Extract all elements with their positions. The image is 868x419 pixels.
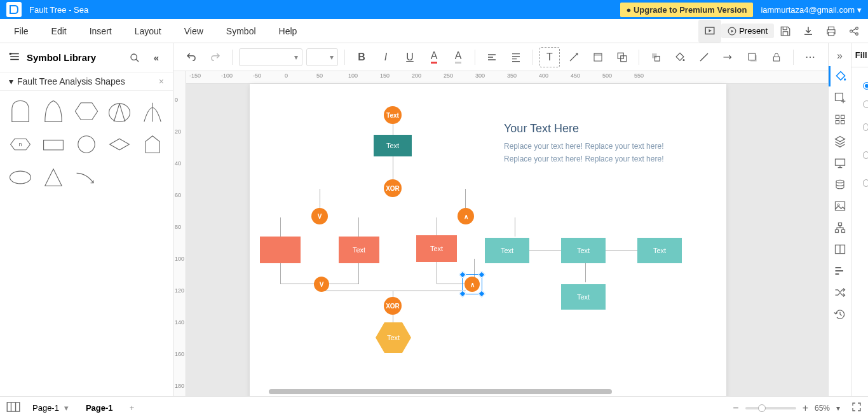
node-xor2[interactable]: XOR xyxy=(384,297,402,315)
add-shape-icon[interactable] xyxy=(829,88,851,108)
italic-button[interactable]: I xyxy=(376,47,396,67)
database-icon[interactable] xyxy=(829,174,851,195)
more-button[interactable]: ⋯ xyxy=(800,47,820,67)
arrange-button[interactable] xyxy=(646,47,666,67)
history-icon[interactable] xyxy=(829,304,851,324)
print-button[interactable] xyxy=(820,20,843,43)
redo-button[interactable] xyxy=(205,47,226,67)
bold-button[interactable]: B xyxy=(351,47,372,67)
menu-symbol[interactable]: Symbol xyxy=(215,21,268,41)
columns-icon[interactable] xyxy=(829,239,851,259)
node-coral1[interactable] xyxy=(260,237,301,263)
node-xor1[interactable]: XOR xyxy=(384,179,402,197)
fill-solid[interactable]: Solid Fill xyxy=(863,95,868,113)
lock-button[interactable] xyxy=(766,47,787,67)
menu-file[interactable]: File xyxy=(3,21,40,41)
zoom-value[interactable]: 65% xyxy=(815,404,830,413)
fullscreen-icon[interactable] xyxy=(851,402,862,414)
node-and1[interactable]: ∧ xyxy=(458,208,474,224)
slideshow-button[interactable] xyxy=(698,20,721,43)
menu-layout[interactable]: Layout xyxy=(123,21,173,41)
shape-circle[interactable] xyxy=(72,130,100,158)
close-category-icon[interactable]: × xyxy=(159,76,164,86)
connector[interactable] xyxy=(320,291,466,291)
fill-gradient[interactable]: Gradient Fill xyxy=(863,113,868,141)
shape-triangle[interactable] xyxy=(39,163,67,191)
node-cyan1[interactable]: Text xyxy=(485,238,529,263)
font-size-select[interactable]: ▾ xyxy=(306,48,338,66)
search-icon[interactable] xyxy=(127,50,142,65)
valign-button[interactable] xyxy=(506,47,526,67)
text-tool-button[interactable]: T xyxy=(539,47,560,67)
collapse-panel-icon[interactable]: » xyxy=(829,47,851,65)
fill-pattern[interactable]: Pattern Fill xyxy=(863,141,868,169)
gantt-icon[interactable] xyxy=(829,261,851,281)
zoom-out-button[interactable]: − xyxy=(733,402,738,414)
shape-house[interactable] xyxy=(139,130,166,158)
canvas[interactable]: Your Text Here Replace your text here! R… xyxy=(186,84,828,396)
group-button[interactable] xyxy=(612,47,632,67)
shape-ellipse[interactable] xyxy=(6,163,34,191)
line-style-button[interactable] xyxy=(718,47,738,67)
connector[interactable] xyxy=(585,262,586,282)
image-icon[interactable] xyxy=(829,196,851,216)
line-button[interactable] xyxy=(694,47,714,67)
zoom-slider[interactable] xyxy=(745,407,796,409)
node-hex[interactable]: Text xyxy=(376,322,411,353)
share-button[interactable] xyxy=(843,20,865,43)
theme-icon[interactable] xyxy=(829,66,851,86)
font-family-select[interactable]: ▾ xyxy=(239,48,302,66)
shape-tent[interactable] xyxy=(105,97,133,125)
layers-icon[interactable] xyxy=(829,131,851,151)
shape-undeveloped[interactable] xyxy=(39,97,67,125)
shape-basic-event[interactable] xyxy=(6,97,34,125)
shape-rect[interactable] xyxy=(39,130,67,158)
menu-help[interactable]: Help xyxy=(268,21,309,41)
text-block[interactable]: Your Text Here Replace your text here! R… xyxy=(504,122,663,167)
save-button[interactable] xyxy=(774,20,797,43)
shadow-button[interactable] xyxy=(742,47,763,67)
connector[interactable] xyxy=(393,123,393,135)
hierarchy-icon[interactable] xyxy=(829,217,851,238)
fill-button[interactable] xyxy=(670,47,690,67)
fill-nofill[interactable]: No Fill xyxy=(863,76,868,95)
shape-hex-small[interactable]: n xyxy=(6,130,34,158)
node-v1[interactable]: V xyxy=(311,208,328,224)
shape-diamond[interactable] xyxy=(105,130,133,158)
upgrade-button[interactable]: ● Upgrade to Premium Version xyxy=(620,3,754,17)
node-cyan4[interactable]: Text xyxy=(561,284,606,310)
shape-curve[interactable] xyxy=(72,163,100,191)
zoom-in-button[interactable]: + xyxy=(803,402,808,414)
font-color-button[interactable]: A xyxy=(424,47,444,67)
node-coral2[interactable]: Text xyxy=(339,237,379,263)
shuffle-icon[interactable] xyxy=(829,282,851,303)
underline-button[interactable]: U xyxy=(400,47,420,67)
undo-button[interactable] xyxy=(181,47,201,67)
add-page-button[interactable]: + xyxy=(126,402,139,415)
node-cyan2[interactable]: Text xyxy=(561,238,606,263)
node-coral3[interactable]: Text xyxy=(416,235,457,262)
shape-arch[interactable] xyxy=(139,97,166,125)
scrollbar-h[interactable] xyxy=(269,387,650,396)
menu-view[interactable]: View xyxy=(173,21,215,41)
node-top[interactable]: Text xyxy=(384,106,402,124)
connector[interactable] xyxy=(604,251,642,251)
menu-insert[interactable]: Insert xyxy=(78,21,123,41)
container-button[interactable] xyxy=(588,47,608,67)
shape-hexagon[interactable] xyxy=(72,97,100,125)
highlight-button[interactable]: A xyxy=(448,47,468,67)
node-v2[interactable]: V xyxy=(314,277,329,292)
tab-fill[interactable]: Fill xyxy=(851,43,868,67)
fill-picture[interactable]: Picture Fill xyxy=(863,169,868,197)
node-teal-rect[interactable]: Text xyxy=(374,135,412,156)
connector-button[interactable] xyxy=(564,47,584,67)
connector[interactable] xyxy=(393,156,393,180)
canvas-inner[interactable]: -150 -100 -50 0 50 100 150 200 250 300 3… xyxy=(186,71,828,396)
page-select[interactable]: Page-1 ▾ xyxy=(28,401,73,415)
collapse-sidebar-icon[interactable]: « xyxy=(149,50,164,65)
connector[interactable] xyxy=(528,251,566,251)
pages-view-icon[interactable] xyxy=(6,402,20,414)
library-category[interactable]: ▾ Fault Tree Analysis Shapes × xyxy=(0,72,173,91)
download-button[interactable] xyxy=(797,20,820,43)
connector[interactable] xyxy=(437,217,515,237)
